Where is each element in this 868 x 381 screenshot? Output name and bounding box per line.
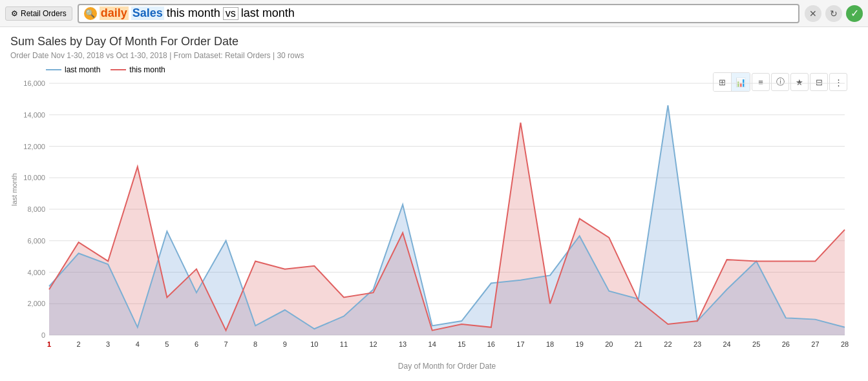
search-daily-highlight: daily (100, 6, 129, 20)
svg-text:19: 19 (576, 340, 584, 348)
svg-text:16: 16 (487, 340, 495, 348)
check-button[interactable]: ✓ (846, 5, 863, 22)
svg-text:2: 2 (77, 340, 81, 348)
svg-text:8: 8 (253, 340, 257, 348)
svg-text:12: 12 (369, 340, 377, 348)
search-icon: 🔍 (84, 7, 97, 20)
chart-svg-wrap: 02,0004,0006,0008,00010,00012,00014,0001… (10, 77, 858, 376)
svg-text:6,000: 6,000 (27, 237, 45, 245)
svg-text:12,000: 12,000 (23, 143, 45, 150)
legend-line-red (111, 69, 126, 70)
chart-title: Sum Sales by Day Of Month For Order Date (10, 35, 858, 48)
chart-container: Sum Sales by Day Of Month For Order Date… (0, 27, 868, 376)
legend-this-month: this month (111, 65, 165, 74)
svg-text:10,000: 10,000 (23, 174, 45, 181)
legend-last-month: last month (46, 65, 100, 74)
svg-text:17: 17 (516, 340, 524, 348)
svg-text:9: 9 (283, 340, 287, 348)
svg-text:4: 4 (136, 340, 140, 348)
svg-text:24: 24 (723, 340, 731, 348)
refresh-button[interactable]: ↻ (825, 5, 842, 22)
svg-text:5: 5 (165, 340, 169, 348)
svg-text:14,000: 14,000 (23, 111, 45, 119)
y-axis-label: last month (10, 173, 18, 206)
chart-subtitle: Order Date Nov 1-30, 2018 vs Oct 1-30, 2… (10, 51, 858, 60)
svg-text:0: 0 (41, 331, 45, 339)
chart-svg: 02,0004,0006,0008,00010,00012,00014,0001… (10, 77, 858, 374)
svg-text:20: 20 (605, 340, 613, 348)
svg-text:15: 15 (458, 340, 465, 348)
header-right: ✕ ↻ ✓ (805, 5, 863, 22)
svg-text:23: 23 (693, 340, 701, 348)
svg-text:10: 10 (310, 340, 318, 348)
svg-text:4,000: 4,000 (27, 269, 45, 276)
svg-text:13: 13 (399, 340, 407, 348)
svg-text:8,000: 8,000 (27, 205, 45, 213)
svg-text:6: 6 (195, 340, 198, 348)
legend-this-month-label: this month (129, 65, 165, 74)
svg-text:22: 22 (664, 340, 672, 348)
search-sales-highlight: Sales (131, 6, 164, 20)
search-box[interactable]: 🔍 daily Sales this month vs last month (78, 4, 799, 23)
retail-orders-label: Retail Orders (21, 9, 67, 18)
search-vs: vs (223, 7, 238, 20)
header-bar: ⚙ Retail Orders 🔍 daily Sales this month… (0, 0, 868, 27)
page-wrapper: ⚙ Retail Orders 🔍 daily Sales this month… (0, 0, 868, 376)
search-text: daily Sales this month vs last month (100, 6, 295, 20)
svg-text:25: 25 (752, 340, 760, 348)
close-button[interactable]: ✕ (805, 5, 821, 22)
svg-text:2,000: 2,000 (27, 300, 45, 307)
svg-text:27: 27 (811, 340, 819, 348)
svg-text:28: 28 (841, 340, 849, 348)
search-last-month: last month (241, 6, 295, 20)
svg-text:26: 26 (782, 340, 790, 348)
search-this-month: this month (167, 6, 220, 20)
svg-text:18: 18 (546, 340, 554, 348)
svg-text:Day of Month for Order Date: Day of Month for Order Date (398, 362, 496, 371)
svg-text:16,000: 16,000 (23, 79, 45, 87)
legend-line-blue (46, 69, 61, 70)
gear-icon: ⚙ (11, 9, 18, 18)
legend-last-month-label: last month (65, 65, 100, 74)
svg-text:3: 3 (106, 340, 110, 348)
svg-text:14: 14 (429, 340, 436, 348)
svg-text:7: 7 (224, 340, 228, 348)
svg-text:1: 1 (47, 340, 51, 348)
svg-text:21: 21 (635, 340, 642, 348)
retail-orders-button[interactable]: ⚙ Retail Orders (5, 6, 72, 21)
svg-text:11: 11 (340, 340, 348, 348)
